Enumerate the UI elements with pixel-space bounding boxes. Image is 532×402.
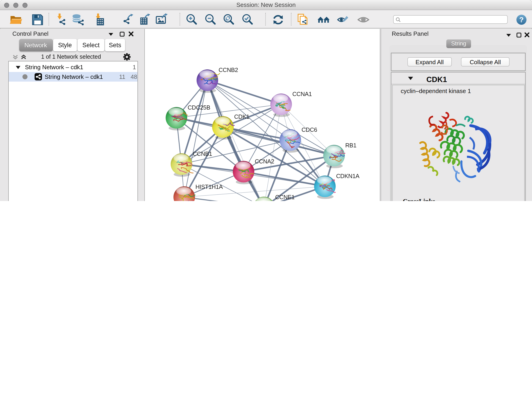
svg-text:CDC6: CDC6: [301, 126, 317, 133]
svg-text:CCNB1: CCNB1: [192, 150, 212, 157]
svg-text:CDK1: CDK1: [234, 113, 249, 120]
svg-text:RB1: RB1: [345, 142, 356, 148]
svg-text:CDC25B: CDC25B: [187, 104, 210, 110]
svg-text:HIST1H1A: HIST1H1A: [195, 183, 223, 190]
svg-text:CCNE1: CCNE1: [275, 194, 294, 200]
svg-text:CCNB2: CCNB2: [218, 66, 238, 73]
svg-text:CCNA2: CCNA2: [254, 158, 274, 164]
svg-text:CDKN1A: CDKN1A: [336, 172, 360, 179]
svg-text:?: ?: [519, 16, 524, 24]
svg-text:CCNA1: CCNA1: [292, 90, 312, 97]
